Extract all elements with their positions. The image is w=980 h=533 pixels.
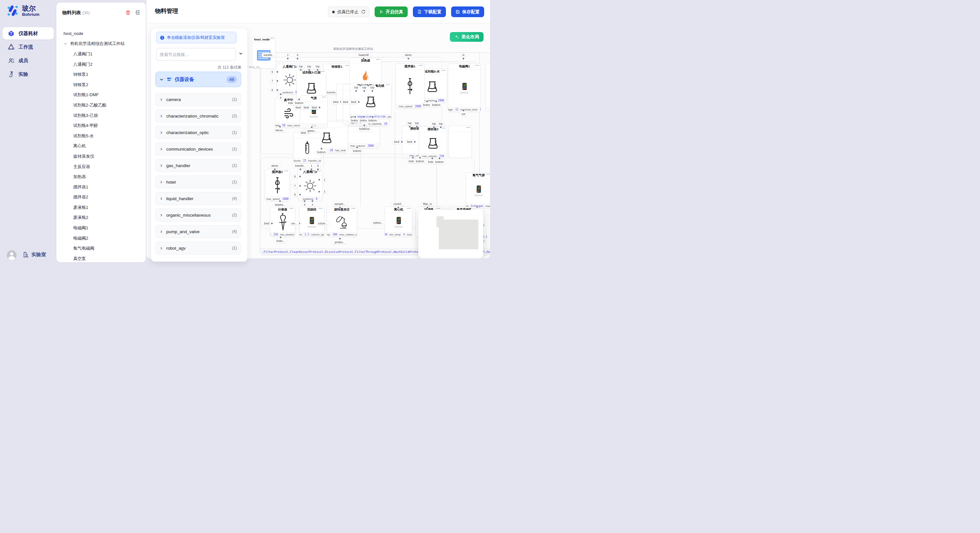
port-pill-produc[interactable]: produc... bbox=[333, 240, 347, 244]
port-dot[interactable] bbox=[426, 206, 429, 209]
port-pill-transfe[interactable]: transfe... bbox=[262, 53, 276, 57]
node-menu-icon[interactable]: ••• bbox=[290, 207, 294, 210]
canvas-node-host_node[interactable]: host_node••• bbox=[252, 36, 276, 69]
port-dot[interactable] bbox=[318, 106, 321, 109]
canvas-node-气源[interactable]: 气源•••Device气源 bbox=[300, 95, 328, 128]
node-menu-icon[interactable]: ••• bbox=[486, 173, 490, 176]
port-pill-bottom[interactable]: bottom bbox=[293, 101, 305, 105]
port-pill-top[interactable]: top bbox=[353, 86, 360, 89]
port-dot[interactable] bbox=[299, 185, 301, 187]
node-menu-icon[interactable]: ••• bbox=[476, 64, 479, 67]
canvas-node-搅拌器2[interactable]: 搅拌器2•••max_speed:2000 bbox=[265, 169, 290, 201]
port-dot[interactable] bbox=[339, 206, 341, 209]
node-menu-icon[interactable]: ••• bbox=[419, 64, 423, 67]
canvas-node-旋转蒸发仪[interactable]: 旋转蒸发仪•••temp:180max_rotation_spe bbox=[327, 206, 357, 237]
port-pill-um[interactable]: um... bbox=[290, 222, 299, 225]
port-pill-2[interactable]: 2 bbox=[322, 178, 327, 182]
tree-item[interactable]: 试剂瓶2-乙酸乙酯 bbox=[56, 100, 146, 110]
port-pill-bottom[interactable]: bottom bbox=[434, 160, 445, 164]
preview-popup[interactable] bbox=[418, 210, 483, 259]
port-dot[interactable] bbox=[407, 58, 410, 60]
port-dot[interactable] bbox=[439, 157, 441, 160]
port-pill-top[interactable]: top bbox=[437, 122, 444, 125]
port-dot[interactable] bbox=[476, 206, 478, 208]
category-row-pump_and_valve[interactable]: pump_and_valve(4) bbox=[155, 225, 241, 238]
port-dot[interactable] bbox=[299, 168, 302, 171]
port-dot[interactable] bbox=[287, 58, 289, 60]
node-menu-icon[interactable]: ••• bbox=[270, 36, 274, 40]
category-row-communication_devices[interactable]: communication_devices(1) bbox=[155, 143, 241, 155]
port-pill-7[interactable]: 7 bbox=[270, 79, 275, 83]
tree-item[interactable]: 有机化学流程综合测试工作站 bbox=[56, 39, 146, 49]
port-pill-separa[interactable]: separa... bbox=[273, 203, 287, 206]
port-dot[interactable] bbox=[371, 90, 374, 92]
port-dot[interactable] bbox=[426, 100, 428, 103]
tree-item[interactable]: 氢气电磁阀 bbox=[56, 243, 146, 254]
port-dot[interactable] bbox=[299, 176, 301, 178]
port-dot[interactable] bbox=[435, 100, 438, 103]
canvas-node-离心机[interactable]: 离心机•••Devicep:40min_temp:4max_spe bbox=[385, 206, 412, 237]
avatar[interactable] bbox=[7, 250, 16, 260]
trash-icon[interactable] bbox=[126, 10, 130, 15]
tree-item[interactable]: 转移泵1 bbox=[56, 69, 146, 80]
search-input[interactable] bbox=[160, 52, 232, 57]
port-dot[interactable] bbox=[354, 116, 356, 118]
port-dot[interactable] bbox=[320, 148, 323, 150]
tree-item[interactable]: 转移泵2 bbox=[56, 80, 146, 90]
port-dot[interactable] bbox=[412, 157, 414, 159]
port-dot[interactable] bbox=[372, 116, 374, 118]
port-pill-bottom[interactable]: bottom bbox=[414, 159, 426, 163]
port-pill-bottom[interactable]: bottom bbox=[430, 103, 442, 107]
port-dot[interactable] bbox=[279, 200, 281, 202]
port-pill-bottom[interactable]: bottom bbox=[351, 149, 363, 153]
node-menu-icon[interactable]: ••• bbox=[376, 58, 380, 61]
canvas-node-八通阀门2[interactable]: 八通阀门2•••positions:8 bbox=[298, 169, 323, 201]
canvas-node-fragment[interactable]: max_volume:25transfer_rate:10 bbox=[293, 132, 321, 163]
port-pill-bottom[interactable]: bottom bbox=[316, 150, 327, 154]
port-pill-centrif[interactable]: centrif... bbox=[392, 202, 405, 206]
port-pill-8[interactable]: 8 bbox=[270, 88, 275, 92]
port-dot[interactable] bbox=[274, 168, 276, 171]
port-dot[interactable] bbox=[280, 93, 282, 95]
tree-item[interactable]: 八通阀门2 bbox=[56, 59, 146, 70]
port-pill-bottom[interactable]: bottom bbox=[367, 119, 379, 122]
port-pill-stirrer[interactable]: stirrer bbox=[403, 53, 414, 57]
port-dot[interactable] bbox=[317, 69, 319, 71]
port-dot[interactable] bbox=[268, 58, 270, 60]
port-pill-top[interactable]: top bbox=[314, 65, 321, 68]
port-pill-bind[interactable]: bind bbox=[294, 106, 302, 109]
node-menu-icon[interactable]: ••• bbox=[407, 207, 411, 210]
port-pill-bind[interactable]: bind bbox=[331, 100, 340, 104]
port-dot[interactable] bbox=[277, 71, 279, 73]
port-dot[interactable] bbox=[300, 69, 302, 71]
port-pill-out[interactable]: out bbox=[460, 112, 467, 116]
port-pill-bind[interactable]: bind bbox=[299, 131, 307, 135]
sidebar-item-1[interactable]: 仪器耗材 bbox=[3, 27, 54, 40]
port-dot[interactable] bbox=[358, 101, 360, 103]
port-dot[interactable] bbox=[363, 58, 365, 60]
node-menu-icon[interactable]: ••• bbox=[466, 126, 470, 129]
collapse-panel-icon[interactable] bbox=[135, 10, 141, 15]
port-dot[interactable] bbox=[271, 222, 273, 225]
node-menu-icon[interactable]: ••• bbox=[386, 83, 390, 86]
port-dot[interactable] bbox=[298, 98, 301, 101]
node-menu-icon[interactable]: ••• bbox=[322, 95, 326, 99]
port-dot[interactable] bbox=[397, 206, 399, 209]
port-pill-SolidOut[interactable]: SolidOut bbox=[358, 127, 371, 131]
port-pill-bind[interactable]: bind bbox=[406, 140, 414, 144]
port-dot[interactable] bbox=[277, 80, 279, 82]
port-dot[interactable] bbox=[356, 146, 358, 149]
tree-item[interactable]: 废液瓶2 bbox=[56, 213, 146, 223]
port-pill-8[interactable]: 8 bbox=[316, 164, 320, 168]
port-pill-4[interactable]: 4 bbox=[310, 203, 315, 206]
simulation-status-pill[interactable]: 仿真已停止 bbox=[328, 6, 369, 17]
node-menu-icon[interactable]: ••• bbox=[442, 69, 445, 72]
node-menu-icon[interactable]: ••• bbox=[319, 207, 323, 210]
category-row-characterization_chromatic[interactable]: characterization_chromatic(2) bbox=[155, 109, 241, 122]
category-row-gas_handler[interactable]: gas_handler(1) bbox=[155, 159, 241, 172]
tree-item[interactable]: 试剂瓶5-水 bbox=[56, 131, 146, 141]
port-pill-top[interactable]: top bbox=[406, 121, 413, 125]
port-dot[interactable] bbox=[414, 141, 416, 143]
port-dot[interactable] bbox=[409, 125, 411, 128]
canvas-node-电磁阀1[interactable]: 电磁阀1•••Devicevoltage:12response_time:0.1 bbox=[448, 63, 481, 112]
